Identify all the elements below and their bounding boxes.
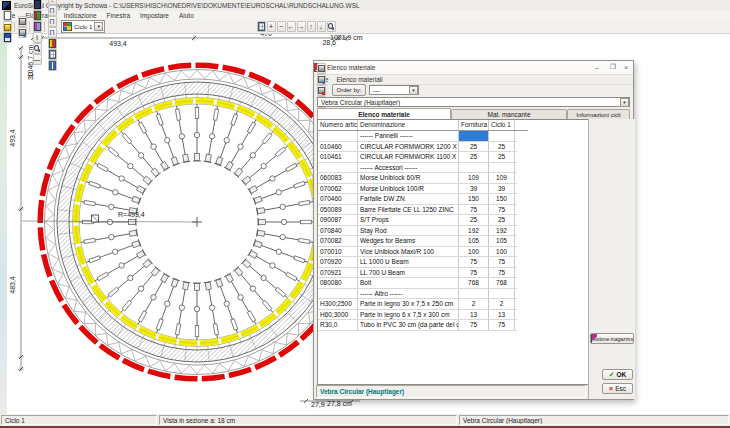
pan-up-icon[interactable]: ↑ [307, 21, 316, 32]
table-cell[interactable]: 75 [459, 205, 489, 215]
table-row[interactable]: R30,0Tubo in PVC 30 cm (da parte del cli… [318, 320, 517, 331]
table-cell[interactable]: H300;2500 [318, 299, 358, 309]
wall-colored-icon[interactable] [33, 21, 42, 32]
table-row[interactable]: 080080Bolt768768 [318, 278, 517, 289]
table-cell[interactable]: Bolt [358, 278, 459, 288]
table-cell[interactable]: Vice Uniblock Maxi/R 100 [358, 247, 459, 257]
menu-item-aiuto[interactable]: Aiuto [174, 12, 199, 19]
table-row[interactable]: 010460CIRCULAR FORMWORK 1200 X 30002525 [318, 142, 517, 153]
table-cell[interactable]: Barre Filettate CE LL 1250 ZINC [358, 205, 459, 215]
zoom-out-icon[interactable]: − [277, 21, 286, 32]
table-cell[interactable]: Stay Rod [358, 226, 459, 236]
table-cell[interactable]: 010461 [318, 152, 358, 162]
tab-informazioni-cicli[interactable]: Informazioni cicli [567, 109, 630, 119]
table-cell[interactable]: 070921 [318, 268, 358, 278]
table-row[interactable]: 070460Farfalle DW ZN150150 [318, 194, 517, 205]
table-cell[interactable] [489, 163, 515, 173]
frame-low-icon[interactable]: Π [48, 27, 57, 38]
table-cell[interactable] [489, 289, 515, 299]
table-cell[interactable]: 25 [459, 215, 489, 225]
pan-left-icon[interactable]: ← [287, 21, 296, 32]
table-cell[interactable]: 25 [459, 142, 489, 152]
table-cell[interactable] [459, 131, 489, 141]
print-list-icon[interactable] [317, 74, 326, 85]
table-cell[interactable]: S/T Props [358, 215, 459, 225]
table-cell[interactable] [489, 131, 515, 141]
table-cell[interactable]: 070920 [318, 257, 358, 267]
table-cell[interactable]: Morse Uniblock 60/R [358, 173, 459, 183]
table-cell[interactable]: 070082 [318, 236, 358, 246]
table-cell[interactable] [459, 163, 489, 173]
table-row[interactable]: 090087S/T Props2525 [318, 215, 517, 226]
table-cell[interactable]: 25 [489, 142, 515, 152]
table-cell[interactable]: 13 [489, 310, 515, 320]
order-by-button[interactable]: Order by: [332, 84, 366, 96]
frame-mid-icon[interactable]: Π [48, 16, 57, 27]
dialog-menu-elenco[interactable]: Elenco materiali [332, 76, 386, 83]
table-cell[interactable]: LL 1000 U Beam [358, 257, 459, 267]
table-cell[interactable]: 150 [459, 194, 489, 204]
table-row[interactable]: H300;2500Parte in legno 30 x 7,5 x 250 c… [318, 299, 517, 310]
table-cell[interactable]: 768 [459, 278, 489, 288]
table-cell[interactable]: 25 [489, 215, 515, 225]
table-cell[interactable]: 109 [459, 173, 489, 183]
table-cell[interactable]: 060083 [318, 173, 358, 183]
table-cell[interactable]: R30,0 [318, 320, 358, 330]
stats-icon[interactable] [48, 60, 57, 71]
table-cell[interactable]: Farfalle DW ZN [358, 194, 459, 204]
table-cell[interactable]: ------ Altro ------ [358, 289, 459, 299]
table-cell[interactable]: 25 [459, 152, 489, 162]
frame-high-icon[interactable]: Π [48, 5, 57, 16]
table-cell[interactable]: 070460 [318, 194, 358, 204]
wall-section-icon[interactable] [33, 0, 42, 10]
table-cell[interactable] [459, 289, 489, 299]
menu-item-indicazione[interactable]: Indicazione [59, 12, 102, 19]
table-cell[interactable]: 75 [459, 320, 489, 330]
dimension-icon[interactable]: ↕ [48, 0, 57, 5]
zoom-region-icon[interactable] [33, 43, 42, 54]
table-cell[interactable]: 192 [459, 226, 489, 236]
tab-mat-mancante[interactable]: Mat. mancante [451, 109, 567, 119]
table-cell[interactable] [318, 289, 358, 299]
table-cell[interactable]: 768 [489, 278, 515, 288]
chevron-down-icon[interactable]: ▼ [620, 98, 629, 107]
table-cell[interactable]: 75 [459, 257, 489, 267]
table-row[interactable]: ------ Altro ------ [318, 289, 517, 300]
col-denominazione[interactable]: Denominazione [358, 120, 459, 130]
print-icon[interactable] [317, 63, 326, 74]
table-row[interactable]: 010461CIRCULAR FORMWORK 1100 X 30002525 [318, 152, 517, 163]
table-cell[interactable]: 13 [459, 310, 489, 320]
col-fornitura[interactable]: Fornitura [459, 120, 489, 130]
gestione-magazzino-button[interactable]: Gestione magazzino [590, 333, 634, 344]
column-icon[interactable]: I [33, 32, 42, 43]
table-cell[interactable]: 75 [459, 268, 489, 278]
export-icon[interactable] [317, 85, 326, 96]
table-cell[interactable]: Parte in legno 30 x 7,5 x 250 cm [358, 299, 459, 309]
table-cell[interactable]: CIRCULAR FORMWORK 1100 X 3000 [358, 152, 459, 162]
table-cell[interactable]: 070840 [318, 226, 358, 236]
table-cell[interactable]: 070010 [318, 247, 358, 257]
table-cell[interactable]: 75 [489, 268, 515, 278]
open-icon[interactable] [3, 21, 12, 32]
table-cell[interactable]: 105 [489, 236, 515, 246]
minimize-button[interactable]: – [590, 62, 604, 72]
table-cell[interactable]: 39 [489, 184, 515, 194]
dialog-titlebar[interactable]: Elenco materiale – ❐ × [314, 61, 633, 75]
new-icon[interactable] [3, 10, 12, 21]
table-row[interactable]: 070921LL 700 U Beam7575 [318, 268, 517, 279]
table-cell[interactable]: Tubo in PVC 30 cm (da parte del cliente) [358, 320, 459, 330]
wall-3d-icon[interactable] [33, 10, 42, 21]
table-cell[interactable]: 39 [459, 184, 489, 194]
table-cell[interactable]: 150 [489, 194, 515, 204]
table-cell[interactable]: 75 [489, 257, 515, 267]
print-preview-icon[interactable] [18, 27, 27, 38]
table-cell[interactable]: 2 [459, 299, 489, 309]
chevron-down-icon[interactable]: ▼ [94, 22, 103, 31]
chevron-down-icon[interactable]: ▼ [409, 86, 418, 95]
table-row[interactable]: 070062Morse Uniblock 100/R3939 [318, 184, 517, 195]
table-row[interactable]: 070840Stay Rod192192 [318, 226, 517, 237]
menu-item-finestra[interactable]: Finestra [102, 12, 135, 19]
table-cell[interactable]: ------ Pannelli ------ [358, 131, 459, 141]
table-cell[interactable] [318, 163, 358, 173]
table-cell[interactable]: 100 [459, 247, 489, 257]
